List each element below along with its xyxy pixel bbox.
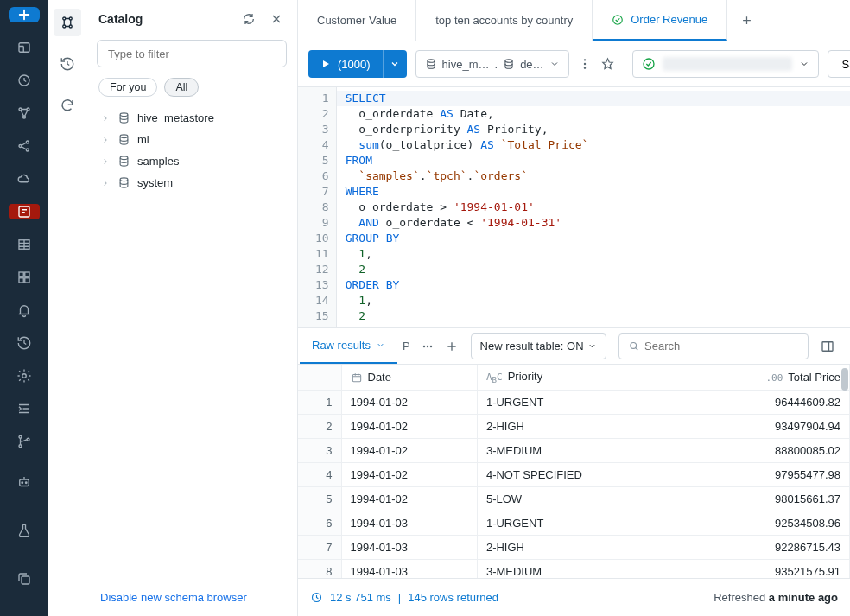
share-icon[interactable] (9, 138, 40, 154)
side-tab-catalog[interactable] (54, 9, 81, 36)
table-row[interactable]: 51994-01-025-LOW98015661.37 (298, 487, 850, 511)
svg-point-7 (26, 149, 29, 151)
catalog-chip[interactable]: For you (98, 78, 157, 97)
settings-icon[interactable] (9, 368, 40, 384)
code-line[interactable]: ORDER BY (346, 277, 841, 293)
code-line[interactable]: AND o_orderdate < '1994-01-31' (346, 215, 841, 231)
database-icon (503, 58, 515, 70)
table-row[interactable]: 41994-01-024-NOT SPECIFIED97955477.98 (298, 463, 850, 487)
code-line[interactable]: o_orderdate > '1994-01-01' (346, 200, 841, 215)
code-area[interactable]: SELECT o_orderdate AS Date, o_orderprior… (337, 87, 850, 327)
robot-icon[interactable] (9, 467, 40, 498)
nodes-icon[interactable] (9, 612, 40, 616)
status-ok-icon (642, 57, 656, 71)
code-line[interactable]: WHERE (346, 184, 841, 200)
close-button[interactable] (266, 9, 287, 29)
svg-rect-12 (19, 278, 23, 283)
svg-rect-11 (25, 272, 29, 276)
star-button[interactable] (600, 55, 615, 73)
sql-editor-icon[interactable] (9, 204, 40, 219)
column-header[interactable]: ABCPriority (477, 365, 682, 391)
query-tab[interactable]: Customer Value (298, 0, 416, 41)
query-tabs: Customer Valuetop ten accounts by countr… (298, 0, 850, 41)
chevron-right-icon (100, 114, 111, 123)
table-cell: 4 (298, 463, 341, 487)
disable-schema-browser-link[interactable]: Disable new schema browser (100, 591, 247, 604)
results-ghost-tab[interactable]: P (397, 328, 415, 364)
context-selector[interactable]: hive_m… . de… (415, 50, 569, 78)
svg-rect-44 (822, 341, 833, 351)
clock-icon[interactable] (9, 73, 40, 88)
run-dropdown-button[interactable] (383, 50, 407, 78)
column-header[interactable]: .00Total Price (682, 365, 850, 391)
catalog-title: Catalog (98, 12, 232, 26)
table-icon[interactable] (9, 237, 40, 252)
code-line[interactable]: o_orderdate AS Date, (346, 106, 841, 122)
catalog-tree-item[interactable]: hive_metastore (92, 107, 292, 129)
column-header[interactable] (298, 365, 341, 391)
compute-selector[interactable] (632, 50, 819, 78)
catalog-chip[interactable]: All (164, 78, 199, 97)
query-tab[interactable]: Order Revenue (593, 0, 727, 41)
table-row[interactable]: 81994-01-033-MEDIUM93521575.91 (298, 560, 850, 578)
indent-icon[interactable] (9, 401, 40, 416)
results-grid-wrap[interactable]: DateABCPriority.00Total Price 11994-01-0… (298, 365, 850, 578)
side-tab-loop[interactable] (54, 92, 81, 119)
panel-icon (820, 339, 835, 354)
code-line[interactable]: sum(o_totalprice) AS `Total Price` (346, 137, 841, 153)
code-line[interactable]: `samples`.`tpch`.`orders` (346, 168, 841, 184)
table-row[interactable]: 11994-01-021-URGENT96444609.82 (298, 391, 850, 415)
table-cell: 4-NOT SPECIFIED (477, 463, 682, 487)
code-line[interactable]: 2 (346, 262, 841, 277)
svg-point-26 (69, 17, 72, 20)
cloud-icon[interactable] (9, 171, 40, 187)
catalog-tree-item[interactable]: system (92, 172, 292, 194)
table-row[interactable]: 61994-01-031-URGENT92534508.96 (298, 511, 850, 536)
results-view-tab[interactable]: Raw results (300, 328, 397, 364)
query-tab[interactable]: top ten accounts by country (416, 0, 593, 41)
run-button[interactable]: (1000) (308, 50, 383, 78)
results-search[interactable] (618, 333, 809, 359)
grid-icon[interactable] (9, 270, 40, 285)
catalog-tree-item[interactable]: ml (92, 129, 292, 150)
history-icon[interactable] (9, 335, 40, 351)
code-line[interactable]: SELECT (337, 91, 850, 106)
refresh-button[interactable] (238, 9, 259, 29)
scrollbar-thumb[interactable] (841, 368, 848, 391)
database-icon (117, 133, 130, 146)
table-row[interactable]: 21994-01-022-HIGH93497904.94 (298, 415, 850, 439)
catalog-filter-input[interactable] (97, 40, 287, 67)
result-table-toggle[interactable]: New result table: ON (471, 333, 606, 359)
code-line[interactable]: o_orderpriority AS Priority, (346, 122, 841, 137)
table-row[interactable]: 71994-01-032-HIGH92286715.43 (298, 536, 850, 560)
kebab-button[interactable] (578, 55, 592, 73)
workflow-icon[interactable] (9, 105, 40, 121)
column-header[interactable]: Date (341, 365, 477, 391)
save-button[interactable]: Save (828, 50, 850, 78)
results-bar: Raw results P New result table: ON (298, 328, 850, 365)
sql-editor[interactable]: 123456789101112131415 SELECT o_orderdate… (298, 87, 850, 328)
svg-point-38 (583, 67, 585, 68)
side-tab-history[interactable] (54, 50, 81, 78)
results-more-button[interactable] (415, 340, 440, 353)
flask-icon[interactable] (9, 515, 40, 546)
branches-icon[interactable] (9, 434, 40, 449)
tab-label: top ten accounts by country (435, 14, 573, 27)
copy-icon[interactable] (9, 563, 40, 594)
table-cell: 8 (298, 560, 341, 578)
bell-icon[interactable] (9, 302, 40, 318)
code-line[interactable]: GROUP BY (346, 231, 841, 246)
code-line[interactable]: 2 (346, 308, 841, 324)
catalog-tree-item[interactable]: samples (92, 150, 292, 172)
new-tab-button[interactable] (727, 14, 765, 27)
code-line[interactable]: FROM (346, 153, 841, 168)
panel-layout-button[interactable] (815, 339, 840, 354)
code-line[interactable]: 1, (346, 246, 841, 262)
table-row[interactable]: 31994-01-023-MEDIUM88800085.02 (298, 439, 850, 463)
new-button[interactable] (9, 7, 40, 22)
code-line[interactable]: 1, (346, 293, 841, 308)
results-search-input[interactable] (644, 340, 798, 352)
workspace-icon[interactable] (9, 40, 40, 55)
search-icon (628, 340, 640, 352)
results-add-button[interactable] (440, 340, 464, 353)
